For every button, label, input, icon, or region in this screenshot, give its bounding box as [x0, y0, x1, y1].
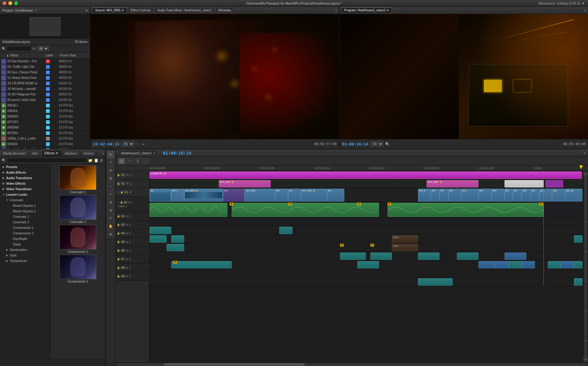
track-a3-solo[interactable]: S: [129, 223, 131, 226]
track-a1-lock[interactable]: 🔒: [120, 201, 123, 204]
tree-item-audio-transitions[interactable]: ▶ Audio Transitions: [0, 175, 50, 181]
tool-razor[interactable]: ✂: [107, 191, 114, 198]
track-v3-sync[interactable]: ⊿: [130, 174, 132, 177]
clip-a6-4[interactable]: [457, 252, 479, 260]
track-a7-lock[interactable]: 🔒: [117, 258, 120, 260]
tool-hand[interactable]: ✋: [107, 222, 114, 230]
effects-delete-icon[interactable]: 🗑: [100, 158, 103, 163]
timeline-hscroll[interactable]: [117, 363, 587, 366]
track-a1-mute[interactable]: M: [128, 201, 130, 204]
tree-item-bleach-bypass-1[interactable]: Bleach Bypass 1: [0, 203, 50, 208]
clip-v1-6[interactable]: MVI: [275, 189, 288, 202]
preview-compression1[interactable]: Compression 1: [52, 225, 104, 253]
list-item[interactable]: □ 1080p_2.00-1_Letter 23.976 fps: [0, 136, 90, 141]
clip-a3-2[interactable]: [279, 227, 292, 234]
tool-select[interactable]: ↖: [107, 151, 114, 158]
clip-v1-5[interactable]: MVI_9955: [245, 189, 275, 202]
tab-markers[interactable]: Markers: [62, 150, 80, 156]
clip-a9-2[interactable]: [574, 278, 582, 286]
track-v2-lock[interactable]: 🔒: [117, 182, 120, 185]
list-item[interactable]: ♪ 04–Traffic Light City 48000 Hz: [0, 64, 90, 70]
tab-info[interactable]: Info: [29, 150, 41, 156]
clip-v2-2[interactable]: MVI_9952 🔒: [427, 180, 478, 187]
clip-a6-3[interactable]: [418, 252, 440, 260]
tree-item-desaturation[interactable]: ▶ Desaturation: [0, 247, 50, 252]
clip-v1-16[interactable]: MVI: [492, 189, 505, 202]
track-v1-target[interactable]: ⬡: [117, 191, 119, 194]
track-a5-solo[interactable]: S: [129, 241, 131, 244]
strip-down[interactable]: ▼: [583, 357, 588, 362]
track-a1-target[interactable]: ⬡: [117, 201, 119, 204]
tab-history[interactable]: History: [80, 150, 97, 156]
clip-a7-9[interactable]: [574, 261, 582, 268]
tree-item-presets[interactable]: ▶ Presets: [0, 164, 50, 170]
list-item[interactable]: ♪ 29 357 Magnum Pist 48000 Hz: [0, 92, 90, 97]
track-a2-lock[interactable]: 🔒: [117, 215, 120, 218]
track-v2-sync[interactable]: ⊿: [130, 182, 132, 185]
clip-v2-4[interactable]: [546, 180, 563, 187]
source-fit-select[interactable]: Fit: [121, 141, 134, 147]
tree-item-video-effects[interactable]: ▶ Video Effects: [0, 181, 50, 186]
track-a3-mute[interactable]: M: [126, 223, 128, 226]
track-a3-row[interactable]: [149, 226, 582, 235]
clip-v1-20[interactable]: MVI_: [531, 189, 539, 202]
clip-v1-1[interactable]: MV: [149, 189, 171, 202]
clip-v1-15[interactable]: MVI: [478, 189, 491, 202]
track-a8-mute[interactable]: M: [126, 266, 128, 269]
clip-v1-22[interactable]: MVI: [552, 189, 565, 202]
tab-effects[interactable]: Effects ✕: [41, 150, 62, 156]
clip-v1-2[interactable]: MVI_9: [171, 189, 184, 202]
track-a1-row[interactable]: ⚑ ⚑ ⚑ ⚑ ⚑: [149, 202, 582, 218]
tab-media-browser[interactable]: Media Browser: [0, 150, 29, 156]
track-v3-lock[interactable]: 🔒: [117, 174, 120, 176]
track-v1-row[interactable]: MV MVI_9 MVI_9955 🔒: [149, 188, 582, 202]
tree-item-day4night[interactable]: Day4Night: [0, 236, 50, 241]
list-item[interactable]: ♪ 06 Gun, Classic Pistol 48000 Hz: [0, 70, 90, 75]
tree-item-cinematic[interactable]: ▼ Cinematic: [0, 197, 50, 203]
clip-v1-11[interactable]: MVI: [431, 189, 439, 202]
clip-v1-10[interactable]: MVI_9: [418, 189, 431, 202]
project-menu-icon[interactable]: ≡: [86, 9, 87, 12]
clip-v1-19[interactable]: MVI: [522, 189, 530, 202]
track-a4-mute[interactable]: M: [126, 232, 128, 235]
tl-tool-lift[interactable]: ⇧: [126, 158, 133, 164]
close-button[interactable]: [2, 1, 6, 5]
timeline-hscroll-thumb[interactable]: [164, 363, 305, 366]
timeline-tab-close[interactable]: ✕: [153, 151, 155, 155]
track-a4-row[interactable]: Cons: [149, 235, 582, 243]
clip-v1-8[interactable]: MVI_9953 🔒: [301, 189, 327, 202]
tree-item-compression-1[interactable]: Compression 1: [0, 225, 50, 230]
tab-effect-controls[interactable]: Effect Controls: [128, 7, 153, 13]
list-item[interactable]: ▶ 0071RY 23.976 fps: [0, 119, 90, 125]
tool-slip[interactable]: ⇄: [107, 198, 114, 206]
clip-a7-6[interactable]: [522, 261, 535, 268]
tree-item-cinematic-2[interactable]: Cinematic 2: [0, 219, 50, 225]
workspace-selector[interactable]: Workspace: Editing (CS5.5) ▼: [539, 2, 585, 5]
clip-a5-cons2[interactable]: Cons: [392, 244, 418, 251]
list-item[interactable]: ♪ Bodyfall on Wood 1.ai 48000 Hz: [0, 147, 90, 149]
clip-a7-1[interactable]: [171, 261, 232, 268]
track-a2-mute[interactable]: M: [126, 215, 128, 218]
list-item[interactable]: ♪ 11 Heavy Wood Door 48000 Hz: [0, 75, 90, 81]
clip-a1-3[interactable]: [388, 203, 544, 217]
effects-search-input[interactable]: [7, 158, 87, 163]
track-v1-eye[interactable]: 👁: [129, 191, 132, 194]
clip-a7-7[interactable]: [548, 261, 561, 268]
clip-v1-7[interactable]: MV: [288, 189, 301, 202]
clip-a7-5[interactable]: [509, 261, 522, 268]
track-v2-eye[interactable]: 👁: [126, 182, 129, 185]
track-a6-row[interactable]: [149, 252, 582, 260]
list-item[interactable]: ▶ 00706U 23.976 fps: [0, 130, 90, 136]
tl-tool-snap[interactable]: ⋮: [142, 158, 149, 164]
clip-a4-cons1[interactable]: Cons: [392, 235, 418, 243]
tab-metadata[interactable]: Metadata: [215, 7, 234, 13]
track-a5-lock[interactable]: 🔒: [117, 241, 120, 243]
clip-a7-3[interactable]: [478, 261, 496, 268]
clip-v1-21[interactable]: MVI_: [539, 189, 552, 202]
effects-new-preset-icon[interactable]: 📋: [94, 158, 99, 163]
clip-lumetri[interactable]: LUMETRI ⚡: [149, 171, 582, 179]
maximize-button[interactable]: [14, 1, 18, 5]
track-v3-row[interactable]: LUMETRI ⚡: [149, 171, 582, 179]
track-a5-mute[interactable]: M: [126, 241, 128, 244]
track-v3-eye[interactable]: 👁: [126, 174, 129, 177]
